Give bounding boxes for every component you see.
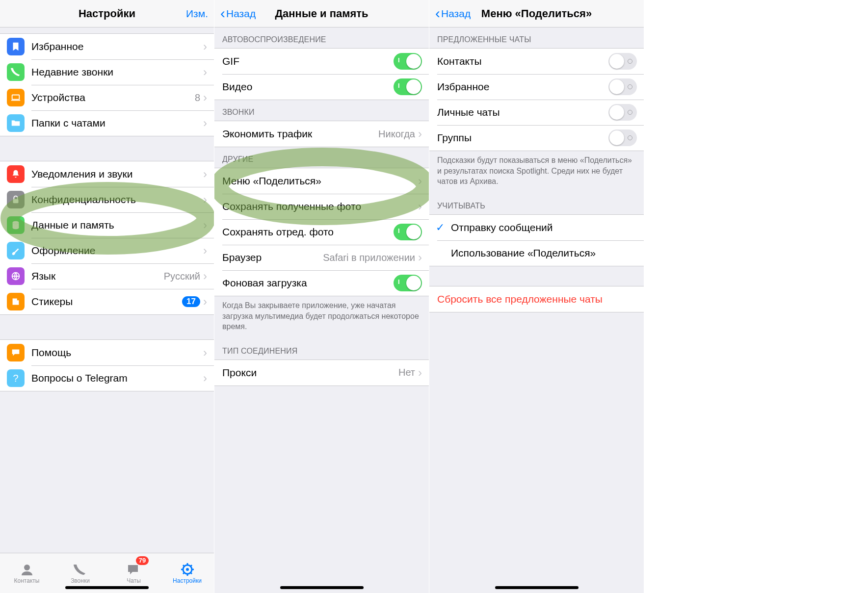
- row-label: Экономить трафик: [222, 128, 378, 140]
- svg-rect-2: [13, 199, 19, 203]
- row-appearance[interactable]: Оформление ›: [0, 238, 214, 263]
- row-notifications[interactable]: Уведомления и звуки ›: [0, 161, 214, 187]
- svg-line-12: [183, 565, 184, 567]
- row-reset[interactable]: Сбросить все предложенные чаты: [429, 286, 644, 312]
- tab-contacts[interactable]: Контакты: [0, 553, 53, 593]
- footer-note: Когда Вы закрываете приложение, уже нача…: [214, 296, 429, 339]
- back-button[interactable]: ‹Назад: [429, 6, 476, 21]
- row-label: Личные чаты: [437, 106, 608, 118]
- section-calls: ЗВОНКИ: [214, 100, 429, 121]
- back-label: Назад: [226, 8, 256, 20]
- bookmark-icon: [7, 38, 25, 55]
- row-label: Браузер: [222, 252, 323, 263]
- tab-badge: 79: [136, 556, 149, 565]
- row-label: Вопросы о Telegram: [31, 372, 203, 384]
- row-devices[interactable]: Устройства 8 ›: [0, 85, 214, 110]
- tab-label: Чаты: [127, 577, 141, 584]
- row-label: Сохранять полученные фото: [222, 201, 418, 212]
- row-label: Избранное: [437, 81, 608, 93]
- svg-rect-0: [12, 95, 20, 100]
- chat-icon: [7, 344, 25, 361]
- chevron-left-icon: ‹: [220, 6, 225, 21]
- row-browser[interactable]: Браузер Safari в приложении ›: [214, 245, 429, 270]
- back-button[interactable]: ‹Назад: [214, 6, 262, 21]
- row-proxy[interactable]: Прокси Нет ›: [214, 360, 429, 386]
- row-stickers[interactable]: Стикеры 17 ›: [0, 289, 214, 314]
- toggle-favorites[interactable]: [608, 78, 637, 95]
- row-recent-calls[interactable]: Недавние звонки ›: [0, 59, 214, 85]
- autoplay-list: GIF I Видео I: [214, 48, 429, 100]
- settings-screen: Настройки Изм. Избранное › Недавние звон…: [0, 0, 214, 593]
- row-video: Видео I: [214, 74, 429, 100]
- row-value: Safari в приложении: [323, 252, 415, 263]
- globe-icon: [7, 267, 25, 285]
- edit-button[interactable]: Изм.: [180, 8, 214, 20]
- suggested-list: Контакты Избранное Личные чаты Группы: [429, 48, 644, 151]
- tab-settings[interactable]: Настройки: [160, 553, 214, 593]
- consider-list: ✓ Отправку сообщений ✓ Использование «По…: [429, 214, 644, 266]
- svg-line-13: [190, 572, 192, 574]
- brush-icon: [7, 242, 25, 259]
- toggle-private[interactable]: [608, 104, 637, 121]
- section-autoplay: АВТОВОСПРОИЗВЕДЕНИЕ: [214, 27, 429, 48]
- row-option-share[interactable]: ✓ Использование «Поделиться»: [429, 240, 644, 266]
- row-save-edited: Сохранять отред. фото I: [214, 219, 429, 245]
- toggle-groups[interactable]: [608, 129, 637, 146]
- section-connection: ТИП СОЕДИНЕНИЯ: [214, 339, 429, 360]
- row-data-storage[interactable]: Данные и память ›: [0, 212, 214, 238]
- row-save-traffic[interactable]: Экономить трафик Никогда ›: [214, 121, 429, 147]
- chevron-left-icon: ‹: [435, 6, 440, 21]
- section-suggested: ПРЕДЛОЖЕННЫЕ ЧАТЫ: [429, 27, 644, 48]
- toggle-video[interactable]: I: [394, 78, 422, 95]
- nav-bar: Настройки Изм.: [0, 0, 214, 27]
- row-save-received[interactable]: Сохранять полученные фото ›: [214, 194, 429, 219]
- toggle-gif[interactable]: I: [394, 53, 422, 70]
- row-label: Видео: [222, 81, 394, 93]
- svg-rect-1: [11, 100, 20, 101]
- svg-point-7: [186, 568, 189, 571]
- chevron-right-icon: ›: [203, 346, 207, 360]
- tab-label: Настройки: [173, 577, 202, 584]
- row-label: Прокси: [222, 367, 398, 379]
- toggle-save-edited[interactable]: I: [394, 224, 422, 240]
- tab-label: Звонки: [71, 577, 90, 584]
- row-faq[interactable]: ? Вопросы о Telegram ›: [0, 365, 214, 391]
- question-icon: ?: [7, 369, 25, 387]
- row-private-chats: Личные чаты: [429, 100, 644, 125]
- row-privacy[interactable]: Конфиденциальность ›: [0, 187, 214, 212]
- row-label: Устройства: [31, 92, 195, 103]
- other-list: Меню «Поделиться» › Сохранять полученные…: [214, 168, 429, 296]
- svg-point-5: [24, 565, 30, 570]
- toggle-contacts[interactable]: [608, 53, 637, 70]
- chevron-right-icon: ›: [203, 218, 207, 232]
- reset-list: Сбросить все предложенные чаты: [429, 286, 644, 312]
- row-value: Нет: [398, 367, 415, 378]
- row-value: Никогда: [378, 129, 415, 140]
- row-label: Меню «Поделиться»: [222, 175, 418, 187]
- home-indicator: [65, 586, 149, 589]
- row-favorites[interactable]: Избранное ›: [0, 34, 214, 59]
- row-label: Группы: [437, 132, 608, 144]
- chevron-right-icon: ›: [203, 167, 207, 181]
- check-icon: ✓: [434, 221, 446, 234]
- row-language[interactable]: Язык Русский ›: [0, 263, 214, 289]
- row-label: Оформление: [31, 245, 203, 257]
- tab-label: Контакты: [14, 577, 40, 584]
- row-chat-folders[interactable]: Папки с чатами ›: [0, 110, 214, 136]
- row-option-send[interactable]: ✓ Отправку сообщений: [429, 215, 644, 240]
- row-value: 8: [195, 92, 200, 103]
- row-label: Отправку сообщений: [451, 222, 637, 233]
- chevron-right-icon: ›: [203, 295, 207, 309]
- section-consider: УЧИТЫВАТЬ: [429, 194, 644, 214]
- row-label: Язык: [31, 270, 164, 282]
- toggle-bg-download[interactable]: I: [394, 275, 422, 291]
- chevron-right-icon: ›: [203, 65, 207, 79]
- footer-note: Подсказки будут показываться в меню «Под…: [429, 151, 644, 194]
- row-share-menu[interactable]: Меню «Поделиться» ›: [214, 168, 429, 194]
- row-help[interactable]: Помощь ›: [0, 340, 214, 365]
- row-label: Конфиденциальность: [31, 194, 203, 206]
- svg-point-3: [13, 221, 19, 224]
- nav-bar: ‹Назад Меню «Поделиться»: [429, 0, 644, 27]
- home-indicator: [280, 586, 364, 589]
- row-favorites: Избранное: [429, 74, 644, 100]
